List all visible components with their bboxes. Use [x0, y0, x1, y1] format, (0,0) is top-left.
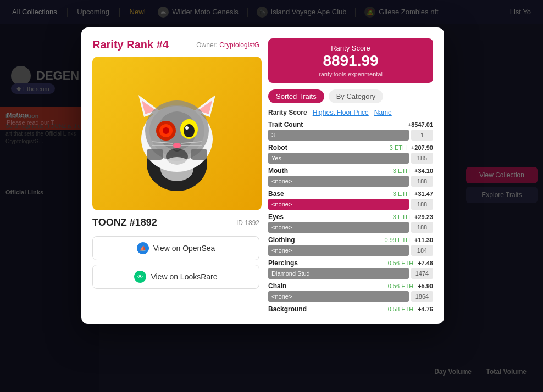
- trait-header: Eyes3 ETH+29.23: [268, 213, 433, 221]
- opensea-label: View on OpenSea: [153, 244, 215, 253]
- trait-item: Clothing0.99 ETH+11.30<none>184: [268, 236, 433, 256]
- trait-header: Clothing0.99 ETH+11.30: [268, 236, 433, 244]
- trait-item: Eyes3 ETH+29.23<none>188: [268, 213, 433, 233]
- trait-score: +207.90: [411, 144, 433, 151]
- rarity-rank-title: Rarity Rank #4: [92, 38, 169, 51]
- trait-bar: Yes: [268, 153, 409, 164]
- trait-bar-row: <none>1864: [268, 291, 433, 302]
- rarity-score-sub: rarity.tools experimental: [277, 71, 424, 77]
- trait-item: Mouth3 ETH+34.10<none>188: [268, 167, 433, 187]
- trait-price: 0.56 ETH: [388, 260, 413, 266]
- trait-score: +8547.01: [408, 121, 433, 128]
- trait-price: 0.56 ETH: [388, 283, 413, 289]
- trait-price: 3 ETH: [393, 214, 410, 220]
- svg-point-16: [173, 143, 181, 148]
- rarity-rank-header: Rarity Rank #4 Owner: CryptologistG: [92, 38, 259, 51]
- trait-item: Base3 ETH+31.47<none>188: [268, 190, 433, 210]
- trait-price: 0.99 ETH: [385, 237, 410, 243]
- trait-price: 3 ETH: [393, 191, 410, 197]
- sort-floor-link[interactable]: Highest Floor Price: [313, 109, 369, 116]
- trait-item: Robot3 ETH+207.90Yes185: [268, 144, 433, 164]
- trait-value: <none>: [272, 201, 292, 208]
- tab-by-category[interactable]: By Category: [329, 89, 384, 103]
- trait-value: <none>: [272, 293, 292, 300]
- trait-name: Chain: [268, 282, 286, 290]
- tab-sorted-traits[interactable]: Sorted Traits: [268, 89, 324, 103]
- rarity-score-header: Rarity Score 8891.99 rarity.tools experi…: [268, 38, 433, 83]
- trait-name: Eyes: [268, 213, 284, 221]
- trait-name: Trait Count: [268, 121, 303, 128]
- sort-name-link[interactable]: Name: [374, 109, 392, 116]
- trait-name: Clothing: [268, 236, 295, 244]
- tabs-row: Sorted Traits By Category: [268, 89, 433, 103]
- looksrare-button[interactable]: 👁 View on LooksRare: [92, 265, 259, 289]
- svg-rect-24: [191, 149, 207, 160]
- trait-item: Trait Count+8547.0131: [268, 121, 433, 141]
- trait-bar: <none>: [268, 222, 409, 233]
- trait-bar: Diamond Stud: [268, 268, 409, 279]
- trait-name: Piercings: [268, 259, 298, 267]
- owner-text: Owner: CryptologistG: [196, 41, 259, 49]
- trait-score: +11.30: [414, 237, 433, 243]
- rarity-score-label: Rarity Score: [277, 44, 424, 52]
- svg-rect-23: [147, 149, 163, 160]
- trait-item: Piercings0.56 ETH+7.46Diamond Stud1474: [268, 259, 433, 279]
- sort-row: Rarity Score Highest Floor Price Name: [268, 109, 433, 116]
- trait-count: 184: [411, 245, 433, 256]
- looksrare-icon: 👁: [134, 271, 146, 283]
- trait-bar: <none>: [268, 199, 409, 210]
- trait-header: Chain0.56 ETH+5.90: [268, 282, 433, 290]
- svg-point-22: [160, 157, 193, 181]
- trait-count: 1: [411, 130, 433, 141]
- trait-count: 185: [411, 153, 433, 164]
- trait-header: Robot3 ETH+207.90: [268, 144, 433, 152]
- trait-item: Chain0.56 ETH+5.90<none>1864: [268, 282, 433, 302]
- trait-header: Trait Count+8547.01: [268, 121, 433, 128]
- nft-name-row: TOONZ #1892 ID 1892: [92, 217, 259, 228]
- trait-score: +7.46: [418, 260, 433, 266]
- owner-name: CryptologistG: [219, 41, 259, 49]
- trait-name: Base: [268, 190, 284, 198]
- modal: Rarity Rank #4 Owner: CryptologistG: [81, 27, 444, 324]
- trait-price: 0.58 ETH: [388, 306, 413, 312]
- trait-bar: <none>: [268, 176, 409, 187]
- trait-score: +5.90: [418, 283, 433, 289]
- trait-score: +31.47: [414, 191, 433, 197]
- trait-bar-row: <none>188: [268, 199, 433, 210]
- nft-image: [92, 57, 262, 210]
- modal-right-panel: Rarity Score 8891.99 rarity.tools experi…: [268, 38, 433, 313]
- trait-value: <none>: [272, 247, 292, 254]
- opensea-button[interactable]: ⛵ View on OpenSea: [92, 236, 259, 260]
- opensea-icon: ⛵: [137, 242, 149, 254]
- trait-score: +34.10: [414, 167, 433, 174]
- svg-point-14: [184, 124, 195, 137]
- looksrare-label: View on LooksRare: [151, 272, 217, 281]
- trait-count: 1864: [411, 291, 433, 302]
- trait-bar-row: Yes185: [268, 153, 433, 164]
- trait-header: Base3 ETH+31.47: [268, 190, 433, 198]
- traits-list: Trait Count+8547.0131Robot3 ETH+207.90Ye…: [268, 121, 433, 313]
- trait-header: Mouth3 ETH+34.10: [268, 167, 433, 175]
- nft-id: ID 1892: [236, 219, 259, 227]
- trait-bar-row: <none>188: [268, 222, 433, 233]
- trait-bar-row: Diamond Stud1474: [268, 268, 433, 279]
- trait-score: +29.23: [414, 214, 433, 220]
- trait-header: Piercings0.56 ETH+7.46: [268, 259, 433, 267]
- trait-price: 3 ETH: [390, 144, 407, 151]
- cat-image: [92, 57, 262, 210]
- trait-value: Diamond Stud: [272, 270, 310, 277]
- trait-count: 1474: [411, 268, 433, 279]
- trait-bar-row: <none>188: [268, 176, 433, 187]
- trait-count: 188: [411, 199, 433, 210]
- sort-rarity-label[interactable]: Rarity Score: [268, 109, 307, 116]
- trait-bar: <none>: [268, 291, 409, 302]
- trait-value: Yes: [272, 155, 281, 161]
- trait-name: Background: [268, 305, 307, 313]
- trait-value: <none>: [272, 224, 292, 231]
- trait-value: 3: [272, 132, 275, 138]
- trait-count: 188: [411, 222, 433, 233]
- trait-value: <none>: [272, 178, 292, 184]
- trait-name: Mouth: [268, 167, 288, 175]
- rarity-score-value: 8891.99: [277, 53, 424, 69]
- nft-name: TOONZ #1892: [92, 217, 157, 228]
